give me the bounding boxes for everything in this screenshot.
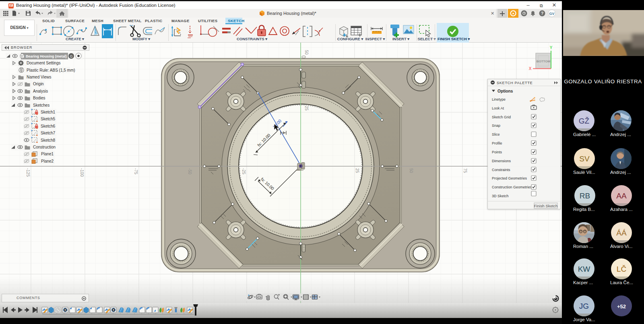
svg-text:Sketch Grid: Sketch Grid — [492, 115, 511, 119]
svg-text:25: 25 — [304, 106, 309, 111]
svg-text:Linetype: Linetype — [492, 97, 506, 101]
svg-text:Roman ...: Roman ... — [573, 244, 593, 249]
svg-text:GV: GV — [549, 12, 554, 16]
svg-text:Plastic Rule: ABS (1,5 mm): Plastic Rule: ABS (1,5 mm) — [27, 68, 75, 72]
svg-text:Named Views: Named Views — [27, 75, 52, 79]
svg-text:Andrzej ...: Andrzej ... — [610, 132, 631, 137]
svg-text:SKETCH PALETTE: SKETCH PALETTE — [497, 81, 533, 85]
svg-text:Bearing Housing (metal): Bearing Housing (metal) — [26, 54, 67, 58]
svg-text:Bearing Housing (metal)*: Bearing Housing (metal)* — [267, 11, 317, 16]
svg-text:Sketch7: Sketch7 — [41, 131, 56, 135]
svg-text:Gabrielė ...: Gabrielė ... — [573, 132, 596, 137]
svg-text:JG: JG — [579, 302, 589, 310]
svg-text:-25: -25 — [242, 168, 246, 174]
svg-text:Finish Sketch: Finish Sketch — [534, 204, 558, 208]
svg-text:Options: Options — [497, 89, 513, 93]
svg-text:Azahara ...: Azahara ... — [610, 207, 633, 212]
svg-text:Construction Geometries: Construction Geometries — [492, 185, 532, 189]
svg-text:Plane2: Plane2 — [41, 159, 54, 163]
svg-text:LČ: LČ — [617, 265, 626, 273]
svg-text:Bodies: Bodies — [33, 96, 45, 100]
svg-text:RB: RB — [580, 192, 590, 200]
svg-text:25: 25 — [355, 168, 360, 173]
svg-text:Jorge Va...: Jorge Va... — [573, 317, 595, 322]
svg-text:ÁÁ: ÁÁ — [616, 229, 627, 237]
svg-text:Sketch1: Sketch1 — [41, 110, 56, 114]
svg-text:Sketch8: Sketch8 — [41, 138, 56, 142]
svg-text:Constraints: Constraints — [492, 168, 510, 172]
svg-text:Look At: Look At — [492, 106, 504, 110]
svg-text:Sketch6: Sketch6 — [41, 124, 56, 128]
svg-text:AA: AA — [616, 192, 627, 200]
svg-text:Álvaro Vi...: Álvaro Vi... — [610, 244, 632, 249]
svg-text:Dimensions: Dimensions — [492, 159, 511, 163]
svg-text:Plane1: Plane1 — [41, 152, 54, 156]
svg-text:Slice: Slice — [492, 132, 500, 136]
svg-text:G: G — [70, 54, 73, 58]
svg-text:Origin: Origin — [33, 82, 44, 86]
svg-text:Y: Y — [550, 45, 553, 50]
svg-text:Document Settings: Document Settings — [27, 61, 61, 65]
svg-text:Construction: Construction — [33, 145, 56, 149]
svg-text:Regita B...: Regita B... — [573, 207, 595, 212]
svg-text:Saulė Vil...: Saulė Vil... — [573, 170, 595, 175]
svg-text:BOTTOM: BOTTOM — [537, 60, 551, 63]
svg-text:+52: +52 — [617, 303, 626, 310]
svg-text:?: ? — [541, 11, 544, 16]
svg-text:Points: Points — [492, 150, 502, 154]
svg-text:GŽ: GŽ — [579, 117, 590, 125]
svg-text:X: X — [529, 66, 532, 71]
svg-text:Projected Geometries: Projected Geometries — [492, 176, 527, 180]
svg-text:Kacper ...: Kacper ... — [573, 280, 593, 285]
svg-text:Laura Če...: Laura Če... — [610, 280, 633, 285]
svg-text:Sketches: Sketches — [33, 103, 50, 107]
svg-text:75: 75 — [463, 168, 468, 173]
svg-text:Andrzej ...: Andrzej ... — [610, 170, 631, 175]
svg-text:Analysis: Analysis — [33, 89, 48, 93]
svg-text:SV: SV — [579, 155, 590, 163]
svg-text:✕: ✕ — [491, 11, 494, 16]
svg-text:KW: KW — [578, 265, 590, 273]
svg-text:50: 50 — [304, 50, 309, 55]
svg-text:Sketch5: Sketch5 — [41, 117, 56, 121]
svg-text:Profile: Profile — [492, 141, 502, 145]
svg-text:-50: -50 — [188, 168, 192, 174]
svg-text:3D Sketch: 3D Sketch — [492, 194, 509, 198]
svg-text:-75: -75 — [134, 168, 138, 174]
svg-text:50: 50 — [409, 168, 414, 173]
svg-text:Snap: Snap — [492, 124, 500, 128]
